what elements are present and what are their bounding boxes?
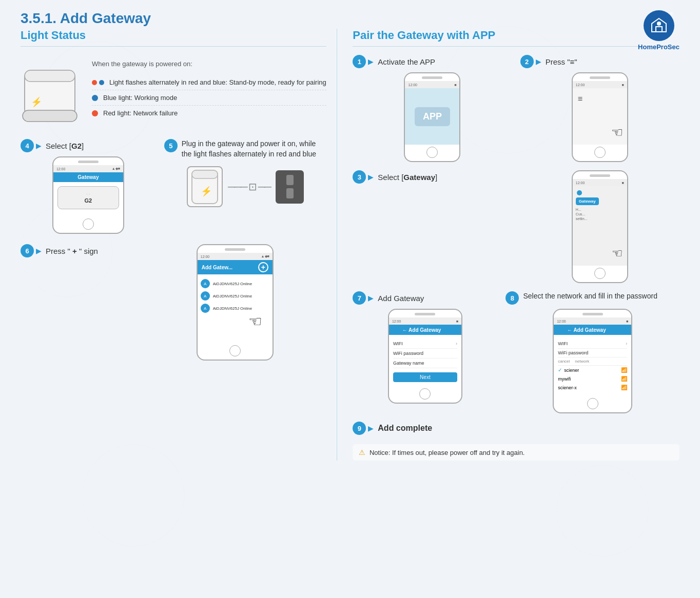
step2-label: 2 ▶ Press "≡" — [520, 55, 679, 68]
phone-home-8 — [587, 398, 598, 409]
divider-left — [21, 46, 326, 47]
svg-text:⚡: ⚡ — [31, 96, 43, 108]
net-wifi-pwd-row: WiFi password — [558, 349, 627, 357]
light-row-red: Red light: Network failure — [92, 106, 326, 121]
back-arrow-8: ← — [558, 327, 563, 333]
dot-blue — [99, 80, 104, 85]
step2-phone: 12:00■ ≡ ☜ — [572, 72, 628, 162]
back-arrow-7: ← — [393, 327, 399, 333]
step4-arrow: ▶ — [36, 142, 42, 150]
phone-status-7: 12:00■ — [389, 317, 461, 325]
app-badge: APP — [415, 107, 450, 126]
page-title: 3.5.1. Add Gateway — [21, 10, 679, 27]
step2-cursor: ☜ — [611, 125, 623, 141]
network-item-2[interactable]: mywifi 📶 — [558, 374, 627, 383]
step8-form: WIFI › WiFi password cancel network — [554, 335, 631, 396]
status-dot — [577, 190, 582, 195]
step5-circle: 5 — [164, 139, 178, 152]
network-list: ✓sciener 📶 mywifi 📶 sciener-x 📶 — [558, 366, 627, 392]
next-button[interactable]: Next — [393, 372, 457, 382]
step3-row: 3 ▶ Select [Gateway] 12:00■ — [353, 170, 679, 283]
plug-outlet — [276, 170, 304, 204]
main-layout: Light Status ⚡ — [21, 29, 679, 461]
step1-label-text: Activate the APP — [378, 57, 435, 66]
step3-phone-area: 12:00■ Gateway H... Cus... settin... — [520, 170, 679, 283]
network-item-3[interactable]: sciener-x 📶 — [558, 383, 627, 392]
phone-home-1 — [426, 147, 438, 158]
page-container: ® HomeProSec 3.5.1. Add Gateway Light St… — [0, 0, 700, 598]
step3-block: 3 ▶ Select [Gateway] — [353, 170, 512, 188]
g2-device-box: · · G2 — [57, 186, 119, 209]
phone-status-8: 12:00■ — [554, 317, 631, 325]
step1-label: 1 ▶ Activate the APP — [353, 55, 512, 68]
step2-screen: ≡ ☜ — [573, 88, 627, 145]
wifi-signal-2: 📶 — [621, 376, 627, 382]
step9-num: 9 ▶ — [353, 422, 374, 435]
wifi-password-row: WiFi password — [393, 349, 457, 358]
step6-text: Press " + " sign — [46, 247, 98, 255]
plug-gateway-device: ⚡ — [187, 166, 223, 207]
svg-rect-6 — [192, 170, 218, 178]
step7-form: WIFI › WiFi password Gateway name Next — [389, 335, 461, 386]
step1-phone: 12:00■ APP — [404, 72, 460, 162]
logo-circle: ® — [644, 10, 674, 41]
notice: ⚠ Notice: If times out, please power off… — [353, 444, 679, 461]
step3-arrow: ▶ — [368, 173, 374, 181]
phone-status-3: 12:00■ — [573, 179, 627, 186]
light-row-pair: Light flashes alternately in red and blu… — [92, 75, 326, 90]
wifi-signal-3: 📶 — [621, 385, 627, 390]
phone-speaker-7 — [415, 313, 435, 315]
step6-phone-area: 12:00▲◆■ Add Gatew... + A AiDJDNV625J On… — [143, 244, 326, 361]
app-screen: APP — [405, 88, 459, 145]
step2-label-text: Press "≡" — [546, 57, 577, 66]
step5-num: 5 — [164, 139, 178, 152]
step9-label: Add complete — [378, 424, 432, 433]
step1-circle: 1 — [353, 55, 366, 68]
phone-speaker-1 — [422, 76, 442, 79]
dot-red — [92, 80, 97, 85]
light-status-title: Light Status — [21, 29, 326, 42]
phone-status-4: 12:00▲◆■ — [53, 165, 123, 172]
light-row-blue: Blue light: Working mode — [92, 90, 326, 106]
phone-status-6: 12:00▲◆■ — [198, 253, 273, 260]
step1-arrow: ▶ — [368, 57, 374, 66]
cursor-hand-icon: ☜ — [248, 312, 262, 330]
g2-screen-header: Gateway — [53, 172, 123, 182]
menu-item-4: settin... — [576, 217, 624, 221]
steps-4-5-row: 4 ▶ Select [G2] 12:00▲◆■ Gateway — [21, 139, 326, 234]
menu-item-3: Cus... — [576, 212, 624, 216]
network-item-1[interactable]: ✓sciener 📶 — [558, 366, 627, 374]
logo-area: ® HomeProSec — [638, 10, 679, 51]
phone-speaker-2 — [590, 76, 610, 79]
step2-num: 2 ▶ — [520, 55, 541, 68]
notice-text: Notice: If times out, please power off a… — [370, 449, 525, 456]
gateway-name-row: Gateway name — [393, 358, 457, 368]
plus-item-2: A AiDJDNV625J Online — [201, 290, 269, 302]
plus-button[interactable]: + — [258, 262, 268, 272]
step3-text: Select [Gateway] — [378, 173, 437, 182]
phone-home-6 — [229, 345, 241, 356]
step7-arrow: ▶ — [368, 294, 374, 302]
hand-cursor-area: ☜ — [198, 317, 273, 343]
step4-circle: 4 — [21, 139, 34, 152]
step4-num: 4 ▶ — [21, 139, 42, 152]
light-row-red-text: Red light: Network failure — [103, 109, 178, 117]
step6-plus: + — [72, 247, 77, 255]
plus-item-1: A AiDJDNV625J Online — [201, 277, 269, 290]
phone-home-4 — [83, 218, 94, 230]
step6-num: 6 ▶ — [21, 244, 42, 257]
svg-point-0 — [657, 22, 661, 26]
right-column: Pair the Gateway with APP 1 ▶ Activate t… — [337, 29, 679, 461]
step3-circle: 3 — [353, 170, 366, 184]
g2-label: G2 — [62, 197, 114, 204]
phone-speaker-3 — [590, 174, 610, 177]
step3-label: 3 ▶ Select [Gateway] — [353, 170, 512, 184]
plus-item-3-text: AiDJDNV625J Online — [213, 306, 252, 311]
step9-arrow: ▶ — [368, 424, 374, 432]
gateway-device-section: ⚡ When the gateway is powered on: Light … — [21, 55, 326, 129]
light-row-blue-text: Blue light: Working mode — [103, 94, 177, 102]
step2-arrow: ▶ — [536, 57, 541, 66]
item-icon-1: A — [201, 279, 210, 288]
gateway-menu-item[interactable]: Gateway — [576, 197, 599, 205]
divider-right — [353, 46, 679, 47]
